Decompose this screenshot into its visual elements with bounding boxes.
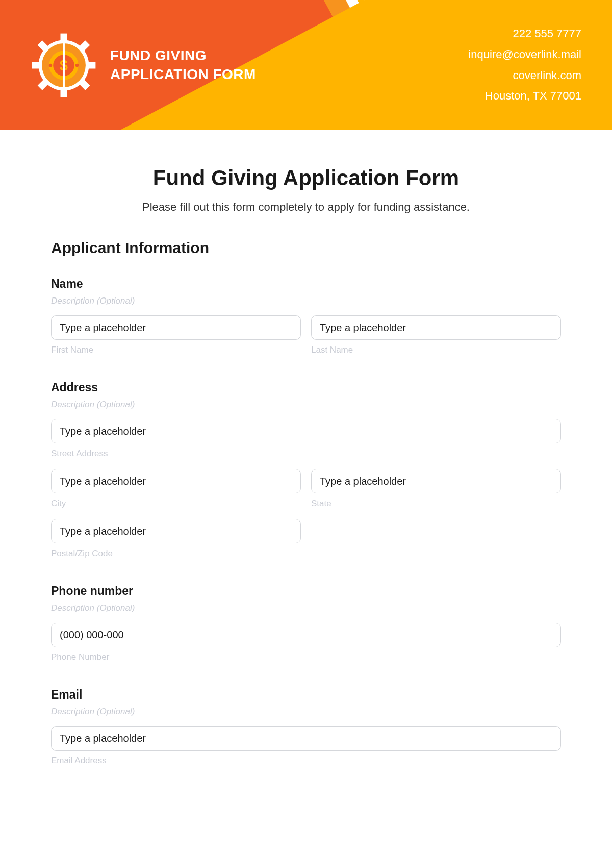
address-label: Address — [51, 381, 561, 394]
phone-sublabel: Phone Number — [51, 652, 561, 662]
page-title: Fund Giving Application Form — [51, 166, 561, 190]
field-name: Name Description (Optional) First Name L… — [51, 277, 561, 355]
contact-block: 222 555 7777 inquire@coverlink.mail cove… — [468, 23, 581, 107]
phone-label: Phone number — [51, 584, 561, 598]
header-banner: $ FUND GIVING APPLICATION FORM 222 555 7… — [0, 0, 612, 130]
postal-code-sublabel: Postal/Zip Code — [51, 549, 301, 559]
field-address: Address Description (Optional) Street Ad… — [51, 381, 561, 559]
last-name-sublabel: Last Name — [311, 345, 561, 355]
section-applicant-info: Applicant Information — [51, 239, 561, 257]
street-address-sublabel: Street Address — [51, 449, 561, 459]
phone-description: Description (Optional) — [51, 603, 561, 613]
gear-dollar-icon: $ — [31, 32, 97, 98]
email-sublabel: Email Address — [51, 756, 561, 766]
first-name-input[interactable] — [51, 315, 301, 340]
svg-point-15 — [75, 63, 79, 67]
header-title-line1: FUND GIVING — [110, 46, 256, 65]
phone-input[interactable] — [51, 623, 561, 647]
postal-code-input[interactable] — [51, 519, 301, 543]
header-title: FUND GIVING APPLICATION FORM — [110, 46, 256, 84]
city-input[interactable] — [51, 469, 301, 493]
field-email: Email Description (Optional) Email Addre… — [51, 688, 561, 766]
address-description: Description (Optional) — [51, 400, 561, 410]
street-address-input[interactable] — [51, 419, 561, 443]
svg-point-14 — [49, 63, 53, 67]
name-description: Description (Optional) — [51, 296, 561, 306]
first-name-sublabel: First Name — [51, 345, 301, 355]
name-label: Name — [51, 277, 561, 291]
state-sublabel: State — [311, 499, 561, 509]
page-subtitle: Please fill out this form completely to … — [51, 201, 561, 214]
contact-address: Houston, TX 77001 — [468, 86, 581, 107]
contact-phone: 222 555 7777 — [468, 23, 581, 44]
city-sublabel: City — [51, 499, 301, 509]
email-description: Description (Optional) — [51, 707, 561, 717]
email-label: Email — [51, 688, 561, 702]
state-input[interactable] — [311, 469, 561, 493]
header-title-line2: APPLICATION FORM — [110, 65, 256, 84]
contact-email: inquire@coverlink.mail — [468, 44, 581, 65]
contact-website: coverlink.com — [468, 65, 581, 86]
email-input[interactable] — [51, 726, 561, 751]
field-phone: Phone number Description (Optional) Phon… — [51, 584, 561, 662]
last-name-input[interactable] — [311, 315, 561, 340]
